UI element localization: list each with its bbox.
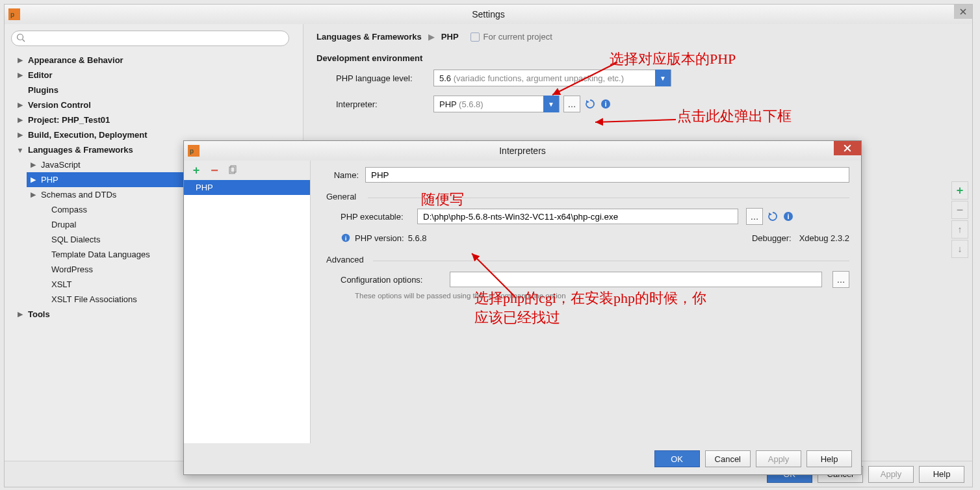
version-label: PHP version:: [355, 233, 404, 243]
help-button[interactable]: Help: [919, 466, 964, 483]
search-wrap: [11, 31, 296, 46]
close-icon[interactable]: [954, 5, 972, 19]
lang-level-hint: (variadic functions, argument unpacking,…: [454, 73, 624, 83]
exec-input[interactable]: [417, 209, 738, 224]
interpreters-dialog: p Interpreters + − PHP Name:: [183, 140, 862, 475]
right-rail: + − ↑ ↓: [951, 181, 970, 258]
tree-plugins[interactable]: Plugins: [11, 83, 296, 97]
tree-vcs[interactable]: ▶Version Control: [11, 97, 296, 112]
phpstorm-icon: p: [8, 8, 20, 20]
config-row: Configuration options: …: [341, 271, 849, 288]
refresh-icon[interactable]: [767, 211, 779, 222]
lang-level-value: 5.6: [439, 73, 454, 83]
svg-point-2: [18, 34, 23, 40]
chevron-right-icon: ▶: [428, 32, 435, 42]
chevron-down-icon[interactable]: ▼: [543, 96, 559, 112]
add-interpreter-icon[interactable]: +: [190, 164, 202, 177]
config-hint: These options will be passed using the '…: [355, 292, 849, 300]
refresh-icon[interactable]: [584, 98, 596, 110]
close-icon[interactable]: [834, 141, 861, 155]
exec-label: PHP executable:: [341, 212, 413, 222]
svg-text:i: i: [345, 235, 347, 242]
dev-env-title: Development environment: [316, 53, 959, 63]
svg-marker-4: [586, 100, 589, 103]
interpreters-left-panel: + − PHP: [184, 161, 311, 443]
search-input[interactable]: [11, 31, 289, 46]
svg-marker-11: [769, 213, 772, 216]
name-input[interactable]: [365, 167, 849, 183]
cancel-button[interactable]: Cancel: [705, 450, 751, 467]
lang-level-row: PHP language level: 5.6 (variadic functi…: [336, 70, 959, 86]
config-label: Configuration options:: [341, 275, 443, 285]
svg-text:i: i: [604, 100, 606, 108]
interpreters-footer: OK Cancel Apply Help: [184, 443, 861, 474]
info-icon: i: [341, 233, 351, 243]
info-icon[interactable]: i: [600, 98, 612, 110]
crumb-root[interactable]: Languages & Frameworks: [316, 32, 422, 42]
advanced-section-label: Advanced: [326, 255, 849, 264]
arrow-up-icon[interactable]: ↑: [951, 220, 968, 239]
name-label: Name:: [326, 170, 365, 180]
search-icon: [16, 33, 25, 44]
svg-line-3: [23, 40, 25, 42]
interpreter-hint: (5.6.8): [459, 99, 484, 109]
exec-row: PHP executable: … i: [341, 208, 849, 225]
settings-titlebar: p Settings: [5, 5, 972, 24]
apply-button[interactable]: Apply: [868, 466, 914, 483]
info-icon[interactable]: i: [782, 211, 794, 222]
arrow-down-icon[interactable]: ↓: [951, 240, 968, 258]
debugger-value: Xdebug 2.3.2: [799, 233, 849, 243]
help-button[interactable]: Help: [806, 450, 852, 467]
crumb-leaf: PHP: [441, 32, 459, 42]
apply-button[interactable]: Apply: [756, 450, 801, 467]
exec-browse-button[interactable]: …: [746, 208, 763, 225]
interpreters-toolbar: + −: [184, 161, 310, 180]
general-section-label: General: [326, 192, 849, 201]
tree-appearance[interactable]: ▶Appearance & Behavior: [11, 53, 296, 68]
interpreter-value: PHP: [439, 99, 459, 109]
version-row: i PHP version: 5.6.8 Debugger: Xdebug 2.…: [341, 233, 849, 243]
project-scope-icon: [471, 32, 480, 42]
remove-icon[interactable]: −: [951, 201, 968, 219]
copy-interpreter-icon[interactable]: [227, 165, 239, 175]
interpreter-dropdown[interactable]: PHP (5.6.8) ▼: [433, 96, 560, 112]
interpreter-label: Interpreter:: [336, 99, 433, 109]
interpreters-list: PHP: [184, 180, 310, 443]
add-icon[interactable]: +: [951, 181, 968, 200]
scope-badge: For current project: [471, 32, 552, 42]
interpreters-right-panel: Name: General PHP executable: … i: [311, 161, 861, 443]
svg-text:p: p: [190, 148, 194, 155]
lang-level-label: PHP language level:: [336, 73, 433, 83]
config-browse-button[interactable]: …: [832, 271, 849, 288]
interpreters-titlebar: p Interpreters: [184, 141, 861, 161]
lang-level-dropdown[interactable]: 5.6 (variadic functions, argument unpack…: [433, 70, 671, 86]
scope-label: For current project: [484, 32, 552, 42]
phpstorm-icon: p: [188, 145, 200, 157]
version-value: 5.6.8: [408, 233, 427, 243]
settings-title: Settings: [5, 9, 972, 19]
svg-text:p: p: [10, 11, 14, 18]
ok-button[interactable]: OK: [654, 450, 700, 467]
interpreter-row: Interpreter: PHP (5.6.8) ▼ … i: [336, 96, 959, 112]
chevron-down-icon[interactable]: ▼: [655, 70, 671, 86]
interpreter-browse-button[interactable]: …: [563, 96, 580, 112]
name-row: Name:: [326, 167, 849, 183]
config-input[interactable]: [450, 272, 822, 287]
interpreters-body: + − PHP Name: General PHP executable:: [184, 161, 861, 443]
breadcrumb: Languages & Frameworks ▶ PHP For current…: [316, 32, 959, 42]
tree-project[interactable]: ▶Project: PHP_Test01: [11, 112, 296, 127]
tree-editor[interactable]: ▶Editor: [11, 68, 296, 83]
debugger-label: Debugger:: [752, 233, 792, 243]
interpreter-list-item[interactable]: PHP: [184, 180, 310, 195]
remove-interpreter-icon[interactable]: −: [209, 163, 220, 178]
interpreters-title: Interpreters: [184, 146, 861, 156]
svg-text:i: i: [787, 213, 789, 220]
